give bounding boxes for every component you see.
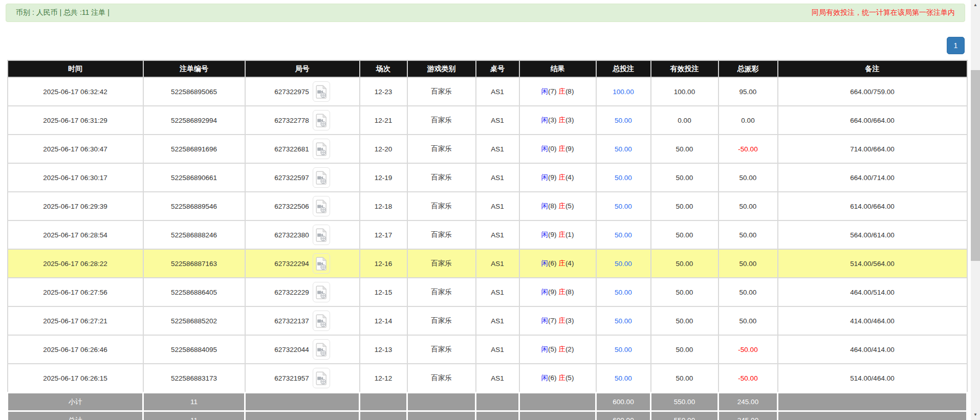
video-icon — [316, 200, 327, 213]
remark-cell: 714.00/664.00 — [778, 135, 967, 163]
grand-total-empty-cell — [476, 411, 519, 420]
scrollbar-thumb[interactable] — [971, 70, 980, 261]
result-banker-label: 庄 — [558, 116, 565, 124]
total-bet-cell[interactable]: 50.00 — [596, 135, 651, 163]
session-cell: 12-21 — [360, 106, 407, 135]
video-replay-button[interactable] — [313, 225, 330, 245]
round-id: 627322681 — [274, 145, 309, 153]
result-player-label: 闲 — [541, 202, 549, 210]
valid-bet-cell: 50.00 — [651, 364, 718, 393]
session-cell: 12-16 — [360, 249, 407, 278]
result-cell: 闲(9) 庄(8) — [519, 278, 596, 306]
video-replay-button[interactable] — [313, 311, 330, 331]
video-replay-button[interactable] — [313, 81, 330, 102]
video-replay-button[interactable] — [313, 167, 330, 188]
video-replay-button[interactable] — [313, 196, 330, 216]
payout-cell: -50.00 — [718, 135, 778, 163]
pagination-page-button[interactable]: 1 — [947, 37, 965, 54]
remark-cell: 664.00/714.00 — [778, 163, 967, 192]
video-icon — [316, 285, 327, 299]
session-cell: 12-23 — [360, 77, 407, 106]
session-cell: 12-18 — [360, 192, 407, 220]
valid-bet-cell: 50.00 — [651, 249, 718, 278]
result-banker-label: 庄 — [558, 231, 565, 238]
time-cell: 2025-06-17 06:30:47 — [8, 135, 143, 163]
time-cell: 2025-06-17 06:27:56 — [8, 278, 143, 306]
total-bet-cell[interactable]: 50.00 — [596, 163, 651, 192]
column-header-result: 结果 — [519, 60, 596, 77]
grand-total-empty-cell — [245, 411, 360, 420]
time-cell: 2025-06-17 06:28:54 — [8, 220, 143, 249]
result-cell: 闲(6) 庄(5) — [519, 364, 596, 393]
scrollbar-down-icon[interactable]: ▼ — [971, 411, 980, 418]
table-row: 2025-06-17 06:31:29 522586892994 6273227… — [8, 106, 967, 135]
total-bet-cell[interactable]: 50.00 — [596, 106, 651, 135]
result-player-score: (7) — [548, 87, 557, 95]
subtotal-empty-cell — [519, 393, 596, 411]
video-replay-button[interactable] — [313, 368, 330, 388]
result-player-label: 闲 — [541, 173, 549, 181]
round-id: 627322778 — [274, 117, 309, 124]
session-cell: 12-17 — [360, 220, 407, 249]
subtotal-row: 小计 11 600.00 550.00 245.00 — [8, 393, 967, 411]
result-banker-label: 庄 — [558, 145, 565, 152]
video-replay-button[interactable] — [313, 110, 330, 130]
column-header-total-bet: 总投注 — [596, 60, 651, 77]
subtotal-valid-bet: 550.00 — [651, 393, 718, 411]
time-cell: 2025-06-17 06:32:42 — [8, 77, 143, 106]
result-banker-label: 庄 — [558, 259, 565, 267]
total-bet-cell[interactable]: 50.00 — [596, 249, 651, 278]
remark-cell: 664.00/664.00 — [778, 106, 967, 135]
round-cell: 627322380 — [245, 220, 360, 249]
remark-cell: 514.00/464.00 — [778, 364, 967, 393]
total-bet-cell[interactable]: 100.00 — [596, 77, 651, 106]
total-bet-cell[interactable]: 50.00 — [596, 278, 651, 306]
video-replay-button[interactable] — [313, 282, 330, 302]
round-cell: 627322597 — [245, 163, 360, 192]
scrollbar-up-icon[interactable]: ▲ — [971, 2, 980, 9]
result-player-score: (0) — [548, 145, 557, 152]
total-bet-cell[interactable]: 50.00 — [596, 335, 651, 364]
payout-cell: 50.00 — [718, 192, 778, 220]
result-banker-label: 庄 — [558, 374, 565, 382]
round-cell: 627322778 — [245, 106, 360, 135]
bet-id-cell: 522586888246 — [143, 220, 245, 249]
column-header-payout: 总派彩 — [718, 60, 778, 77]
table-row: 2025-06-17 06:29:39 522586889546 6273225… — [8, 192, 967, 220]
grand-total-total-bet: 600.00 — [596, 411, 651, 420]
result-player-label: 闲 — [541, 259, 549, 267]
currency-summary-text: 币别 : 人民币 | 总共 :11 注单 | — [16, 8, 110, 17]
round-id: 627322137 — [274, 317, 309, 325]
result-cell: 闲(7) 庄(3) — [519, 306, 596, 335]
subtotal-label: 小计 — [8, 393, 143, 411]
result-banker-score: (5) — [565, 202, 574, 210]
table-no-cell: AS1 — [476, 163, 519, 192]
total-bet-cell[interactable]: 50.00 — [596, 364, 651, 393]
round-cell: 627322137 — [245, 306, 360, 335]
column-header-valid-bet: 有效投注 — [651, 60, 718, 77]
time-cell: 2025-06-17 06:31:29 — [8, 106, 143, 135]
game-type-cell: 百家乐 — [407, 192, 476, 220]
video-replay-button[interactable] — [313, 139, 330, 159]
game-type-cell: 百家乐 — [407, 278, 476, 306]
game-type-cell: 百家乐 — [407, 335, 476, 364]
video-replay-button[interactable] — [313, 253, 330, 274]
remark-cell: 564.00/614.00 — [778, 220, 967, 249]
remark-cell: 664.00/759.00 — [778, 77, 967, 106]
bet-id-cell: 522586883173 — [143, 364, 245, 393]
valid-bet-cell: 50.00 — [651, 220, 718, 249]
video-icon — [316, 228, 327, 242]
total-bet-cell[interactable]: 50.00 — [596, 220, 651, 249]
table-row: 2025-06-17 06:30:17 522586890661 6273225… — [8, 163, 967, 192]
column-header-time: 时间 — [8, 60, 143, 77]
subtotal-empty-cell — [476, 393, 519, 411]
video-replay-button[interactable] — [313, 339, 330, 360]
game-type-cell: 百家乐 — [407, 163, 476, 192]
valid-bet-cell: 50.00 — [651, 306, 718, 335]
result-player-score: (3) — [548, 116, 557, 124]
total-bet-cell[interactable]: 50.00 — [596, 192, 651, 220]
total-bet-cell[interactable]: 50.00 — [596, 306, 651, 335]
bet-id-cell: 522586885202 — [143, 306, 245, 335]
round-id: 627322229 — [274, 289, 309, 296]
session-cell: 12-14 — [360, 306, 407, 335]
